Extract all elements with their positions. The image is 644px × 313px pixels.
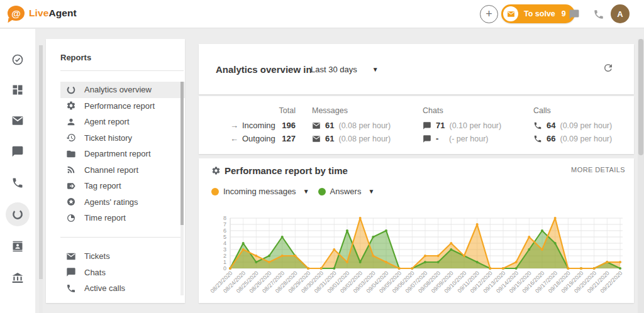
- legend-series-incoming-messages[interactable]: Incoming messages ▼: [211, 187, 309, 196]
- mail-icon: [312, 121, 321, 130]
- content-scrollbar-track: [638, 39, 644, 313]
- donut-icon: [66, 85, 76, 95]
- page-title: Analytics overview in: [216, 64, 312, 75]
- svg-text:7: 7: [223, 221, 226, 228]
- calls-button[interactable]: [589, 5, 608, 23]
- menu-item-tickets[interactable]: Tickets: [60, 248, 185, 265]
- menu-item-department-report[interactable]: Department report: [60, 146, 185, 162]
- svg-text:3: 3: [223, 246, 226, 253]
- person-icon: [66, 117, 76, 127]
- divider: [60, 70, 184, 71]
- column-header-calls: Calls: [533, 106, 551, 115]
- chat-icon: [569, 9, 580, 20]
- chats-button[interactable]: [565, 5, 583, 23]
- chart-card-title: Performance report by time: [225, 165, 348, 176]
- sidebar-item-customers[interactable]: [11, 240, 24, 253]
- plus-icon: +: [486, 8, 492, 21]
- menu-item-analytics-overview[interactable]: Analytics overview: [60, 82, 185, 98]
- bank-icon: [11, 272, 24, 284]
- tag-icon: [66, 181, 76, 191]
- menu-item-agents-ratings[interactable]: Agents' ratings: [60, 194, 185, 211]
- refresh-button[interactable]: [602, 62, 615, 75]
- gear-icon: [211, 166, 221, 175]
- menu-item-agent-report[interactable]: Agent report: [60, 114, 185, 130]
- chat-icon: [423, 121, 431, 130]
- menu-item-chats[interactable]: Chats: [60, 265, 185, 281]
- check-circle-icon: [11, 53, 24, 66]
- chat-icon: [11, 145, 24, 158]
- date-range-selector[interactable]: Last 30 days ▼: [311, 65, 379, 74]
- sidebar-item-calls[interactable]: [11, 177, 24, 189]
- phone-icon: [593, 9, 604, 20]
- sidebar-item-chats[interactable]: [11, 145, 24, 158]
- reports-menu-list: Analytics overview Performance report Ag…: [60, 82, 185, 226]
- more-details-link[interactable]: MORE DETAILS: [571, 166, 625, 173]
- mail-icon: [66, 251, 76, 261]
- phone-icon: [533, 135, 542, 143]
- chat-icon: [423, 135, 431, 143]
- svg-text:6: 6: [223, 228, 226, 234]
- incoming-chats-stat: 71 (0.10 per hour): [423, 121, 501, 130]
- chevron-down-icon: ▼: [303, 188, 309, 195]
- menu-item-time-report[interactable]: Time report: [60, 210, 185, 226]
- menu-item-performance-report[interactable]: Performance report: [60, 98, 185, 114]
- incoming-calls-stat: 64 (0.09 per hour): [533, 121, 612, 130]
- stats-summary-card: Total Messages Chats Calls → Incoming 19…: [199, 96, 634, 154]
- secondary-menu-list: Tickets Chats Active calls: [60, 248, 185, 297]
- chevron-down-icon: ▼: [372, 66, 379, 73]
- performance-report-card: Performance report by time MORE DETAILS …: [199, 158, 634, 303]
- rail-scrollbar-track: [39, 45, 43, 313]
- chart-legend: Incoming messages ▼ Answers ▼: [211, 187, 374, 196]
- menu-scrollbar-thumb[interactable]: [180, 82, 184, 225]
- reports-panel-title: Reports: [60, 53, 91, 62]
- chat-icon: [66, 267, 76, 277]
- menu-item-channel-report[interactable]: Channel report: [60, 162, 185, 178]
- legend-dot-orange: [211, 188, 219, 195]
- svg-text:5: 5: [223, 234, 226, 240]
- column-header-total: Total: [259, 106, 296, 115]
- rail-scrollbar-thumb[interactable]: [39, 45, 43, 279]
- svg-text:0: 0: [223, 265, 226, 272]
- mail-icon: [312, 135, 321, 143]
- sidebar-item-dashboard[interactable]: [11, 84, 24, 96]
- content-scrollbar-thumb[interactable]: [638, 39, 643, 155]
- outgoing-chats-stat: - (- per hour): [423, 134, 489, 143]
- legend-series-answers[interactable]: Answers ▼: [318, 187, 375, 196]
- logo-bubble-icon: @: [8, 6, 25, 21]
- svg-text:2: 2: [223, 253, 226, 259]
- menu-scrollbar-track: [180, 82, 184, 295]
- menu-item-active-calls[interactable]: Active calls: [60, 280, 185, 297]
- add-button[interactable]: +: [480, 5, 498, 23]
- phone-icon: [66, 283, 76, 294]
- reports-panel: Reports Analytics overview Performance r…: [46, 39, 185, 303]
- rss-icon: [66, 165, 76, 175]
- sidebar-item-reports[interactable]: [11, 208, 24, 221]
- top-bar: @ LiveAgent + To solve 9 A: [0, 0, 644, 28]
- sidebar-item-tasks[interactable]: [11, 53, 24, 66]
- sidebar-item-company[interactable]: [11, 272, 24, 284]
- legend-dot-green: [318, 188, 326, 195]
- outgoing-arrow-icon: ←: [230, 134, 238, 143]
- menu-item-ticket-history[interactable]: Ticket history: [60, 130, 185, 146]
- incoming-total: 196: [259, 121, 296, 130]
- divider: [60, 237, 184, 238]
- menu-item-tag-report[interactable]: Tag report: [60, 178, 185, 194]
- outgoing-total: 127: [259, 134, 296, 143]
- phone-icon: [533, 121, 542, 130]
- pie-icon: [66, 213, 76, 223]
- star-circle-icon: [66, 197, 76, 207]
- incoming-messages-stat: 61 (0.08 per hour): [312, 121, 391, 130]
- mail-icon: [503, 6, 518, 21]
- sidebar-item-tickets[interactable]: [11, 114, 24, 127]
- refresh-icon: [602, 62, 614, 74]
- outgoing-messages-stat: 61 (0.08 per hour): [312, 134, 391, 143]
- svg-text:1: 1: [223, 259, 226, 265]
- avatar[interactable]: A: [611, 4, 630, 23]
- to-solve-button[interactable]: To solve 9: [501, 4, 575, 23]
- liveagent-logo[interactable]: @ LiveAgent: [8, 6, 77, 21]
- mail-icon: [11, 114, 24, 127]
- reports-donut-icon: [11, 208, 24, 221]
- outgoing-calls-stat: 66 (0.09 per hour): [533, 134, 612, 143]
- incoming-arrow-icon: →: [230, 121, 238, 130]
- contacts-icon: [11, 240, 24, 253]
